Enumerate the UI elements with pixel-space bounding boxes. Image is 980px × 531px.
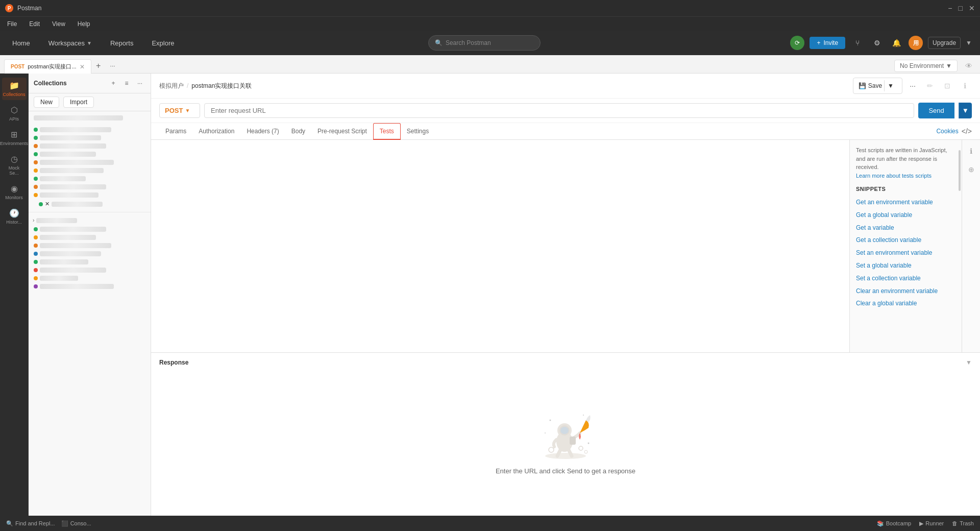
eye-icon[interactable]: 👁 — [962, 59, 976, 73]
snippet-set-collection-var[interactable]: Set a collection variable — [856, 272, 955, 285]
snippet-set-env-var[interactable]: Set an environment variable — [856, 247, 955, 259]
nav-workspaces[interactable]: Workspaces ▼ — [44, 37, 96, 49]
list-item[interactable] — [29, 258, 151, 266]
filter-icon[interactable]: ≡ — [121, 78, 132, 89]
tab-prerequest[interactable]: Pre-request Script — [311, 124, 373, 140]
list-item[interactable] — [29, 134, 151, 142]
section-header[interactable]: › — [29, 215, 151, 225]
mock-icon: ◷ — [11, 154, 18, 164]
menu-view[interactable]: View — [50, 19, 67, 29]
tab-close-icon[interactable]: ✕ — [80, 63, 85, 70]
tab-more-button[interactable]: ··· — [106, 59, 120, 73]
list-item[interactable] — [29, 250, 151, 258]
snippet-clear-global-var[interactable]: Clear a global variable — [856, 297, 955, 310]
list-item[interactable] — [29, 175, 151, 183]
menu-help[interactable]: Help — [76, 19, 92, 29]
method-label: POST — [165, 107, 183, 114]
fork-icon[interactable]: ⑂ — [850, 36, 865, 50]
search-bar[interactable]: 🔍 Search Postman — [428, 35, 541, 51]
maximize-button[interactable]: □ — [959, 4, 963, 12]
invite-button[interactable]: + Invite — [810, 37, 845, 49]
breadcrumb-parent[interactable]: 模拟用户 — [159, 82, 184, 90]
learn-more-link[interactable]: Learn more about tests scripts — [856, 173, 932, 179]
console-button[interactable]: ⬛ Conso... — [61, 520, 91, 527]
more-options-icon[interactable]: ··· — [134, 78, 145, 89]
new-collection-button[interactable]: + — [108, 78, 119, 89]
tab-authorization[interactable]: Authorization — [192, 124, 240, 140]
send-button[interactable]: Send — [918, 103, 954, 118]
bootcamp-button[interactable]: 📚 Bootcamp — [877, 520, 912, 527]
avatar[interactable]: 用 — [909, 36, 923, 50]
url-input[interactable] — [204, 103, 914, 118]
list-item[interactable] — [29, 282, 151, 291]
new-button[interactable]: New — [34, 96, 59, 108]
list-item[interactable] — [29, 166, 151, 175]
tab-params[interactable]: Params — [159, 124, 192, 140]
menu-file[interactable]: File — [5, 19, 19, 29]
sidebar-item-mock[interactable]: ◷ Mock Se... — [2, 151, 27, 179]
sidebar-item-collections[interactable]: 📁 Collections — [2, 78, 27, 100]
list-item[interactable] — [29, 158, 151, 166]
sidebar-item-history[interactable]: 🕐 Histor... — [2, 205, 27, 228]
snippet-get-collection-var[interactable]: Get a collection variable — [856, 234, 955, 247]
menu-edit[interactable]: Edit — [27, 19, 42, 29]
list-item[interactable] — [29, 150, 151, 158]
upgrade-arrow[interactable]: ▼ — [966, 39, 972, 46]
environment-selector[interactable]: No Environment ▼ — [894, 60, 958, 72]
right-info-icon[interactable]: ℹ — [964, 144, 978, 158]
tab-headers[interactable]: Headers (7) — [240, 124, 285, 140]
list-item[interactable] — [29, 274, 151, 282]
edit-icon[interactable]: ✏ — [923, 79, 937, 93]
list-item[interactable] — [29, 191, 151, 199]
snippet-clear-env-var[interactable]: Clear an environment variable — [856, 285, 955, 298]
minimize-button[interactable]: − — [948, 4, 952, 12]
response-chevron-icon[interactable]: ▼ — [966, 359, 972, 366]
sidebar-item-monitors[interactable]: ◉ Monitors — [2, 181, 27, 203]
snippet-get-var[interactable]: Get a variable — [856, 222, 955, 234]
scrollbar[interactable] — [959, 150, 961, 191]
list-item[interactable] — [29, 266, 151, 274]
cookies-link[interactable]: Cookies — [936, 128, 958, 135]
tab-body[interactable]: Body — [285, 124, 311, 140]
nav-reports[interactable]: Reports — [106, 37, 138, 49]
import-button[interactable]: Import — [63, 96, 94, 108]
save-button[interactable]: 💾 Save ▼ — [853, 78, 902, 94]
upgrade-button[interactable]: Upgrade — [928, 37, 961, 49]
find-replace-button[interactable]: 🔍 Find and Repl... — [6, 520, 55, 527]
sync-icon[interactable]: ⟳ — [790, 36, 804, 50]
snippet-get-env-var[interactable]: Get an environment variable — [856, 196, 955, 209]
close-button[interactable]: ✕ — [969, 4, 975, 12]
info-icon[interactable]: ℹ — [958, 79, 972, 93]
snippet-get-global-var[interactable]: Get a global variable — [856, 209, 955, 222]
list-item[interactable] — [29, 183, 151, 191]
list-item[interactable] — [29, 225, 151, 233]
dots-menu-icon[interactable]: ··· — [905, 79, 920, 93]
code-icon[interactable]: </> — [962, 127, 972, 135]
tab-settings[interactable]: Settings — [401, 124, 435, 140]
right-location-icon[interactable]: ⊕ — [964, 162, 978, 177]
save-arrow-button[interactable]: ▼ — [884, 80, 897, 91]
sidebar-item-environments[interactable]: ⊞ Environments — [2, 127, 27, 149]
list-item[interactable]: ✕ — [29, 199, 151, 209]
search-icon: 🔍 — [435, 39, 443, 46]
list-item[interactable] — [29, 126, 151, 134]
method-select[interactable]: POST ▼ — [159, 103, 200, 118]
list-item[interactable] — [29, 142, 151, 150]
code-editor[interactable] — [151, 140, 849, 352]
settings-icon[interactable]: ⚙ — [870, 36, 884, 50]
snippet-set-global-var[interactable]: Set a global variable — [856, 259, 955, 272]
svg-point-11 — [579, 446, 583, 450]
nav-home[interactable]: Home — [8, 37, 34, 49]
send-arrow-button[interactable]: ▼ — [959, 103, 972, 118]
list-item[interactable] — [29, 242, 151, 250]
active-tab[interactable]: POST postman实现接口... ✕ — [4, 59, 91, 74]
trash-button[interactable]: 🗑 Trash — [952, 520, 974, 526]
sidebar-item-apis[interactable]: ⬡ APIs — [2, 102, 27, 125]
nav-explore[interactable]: Explore — [148, 37, 178, 49]
runner-button[interactable]: ▶ Runner — [919, 520, 944, 527]
bell-icon[interactable]: 🔔 — [889, 36, 903, 50]
tab-tests[interactable]: Tests — [373, 123, 401, 140]
tab-add-button[interactable]: + — [91, 59, 106, 73]
layout-icon[interactable]: ⊡ — [940, 79, 954, 93]
list-item[interactable] — [29, 233, 151, 242]
